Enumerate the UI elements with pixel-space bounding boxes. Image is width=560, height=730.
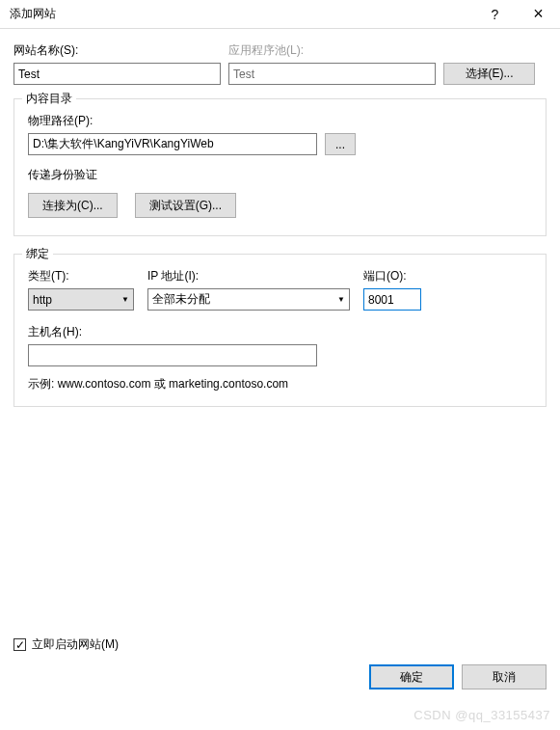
titlebar-buttons: ? × <box>473 0 560 28</box>
app-pool-input <box>228 63 436 85</box>
watermark-text: CSDN @qq_33155437 <box>413 708 550 722</box>
physical-path-label: 物理路径(P): <box>28 113 532 129</box>
close-button[interactable]: × <box>517 0 560 28</box>
hostname-example: 示例: www.contoso.com 或 marketing.contoso.… <box>28 376 532 392</box>
ip-address-label: IP 地址(I): <box>147 268 350 284</box>
dialog-title: 添加网站 <box>10 6 473 22</box>
start-site-label: 立即启动网站(M) <box>32 636 119 653</box>
start-site-checkbox[interactable]: ✓ <box>13 638 26 651</box>
chevron-down-icon: ▼ <box>337 295 345 304</box>
cancel-button[interactable]: 取消 <box>462 664 547 689</box>
checkmark-icon: ✓ <box>15 639 25 651</box>
binding-group: 绑定 类型(T): http ▼ IP 地址(I): 全部未分配 ▼ 端口(O)… <box>13 254 547 407</box>
help-button[interactable]: ? <box>473 0 517 28</box>
physical-path-input[interactable] <box>28 133 317 155</box>
chevron-down-icon: ▼ <box>121 295 129 304</box>
start-site-checkbox-row[interactable]: ✓ 立即启动网站(M) <box>13 636 119 653</box>
titlebar: 添加网站 ? × <box>0 0 560 29</box>
select-pool-button[interactable]: 选择(E)... <box>443 63 535 85</box>
site-name-label: 网站名称(S): <box>13 42 221 59</box>
app-pool-label: 应用程序池(L): <box>228 42 436 59</box>
type-select[interactable]: http ▼ <box>28 288 134 311</box>
dialog-footer: 确定 取消 <box>369 664 547 689</box>
hostname-label: 主机名(H): <box>28 324 317 340</box>
type-label: 类型(T): <box>28 268 134 284</box>
connect-as-button[interactable]: 连接为(C)... <box>28 193 118 218</box>
binding-legend: 绑定 <box>22 246 53 262</box>
content-directory-legend: 内容目录 <box>22 91 76 107</box>
browse-path-button[interactable]: ... <box>325 133 356 155</box>
pass-auth-label: 传递身份验证 <box>28 167 532 183</box>
ip-address-select[interactable]: 全部未分配 ▼ <box>147 288 350 311</box>
port-input[interactable] <box>363 288 421 311</box>
site-name-input[interactable] <box>13 63 221 85</box>
port-label: 端口(O): <box>363 268 421 284</box>
content-directory-group: 内容目录 物理路径(P): ... 传递身份验证 连接为(C)... 测试设置(… <box>13 98 547 236</box>
test-settings-button[interactable]: 测试设置(G)... <box>135 193 236 218</box>
hostname-input[interactable] <box>28 344 317 366</box>
ok-button[interactable]: 确定 <box>369 664 454 689</box>
dialog-content: 网站名称(S): 应用程序池(L): 选择(E)... 内容目录 物理路径(P)… <box>0 29 560 434</box>
